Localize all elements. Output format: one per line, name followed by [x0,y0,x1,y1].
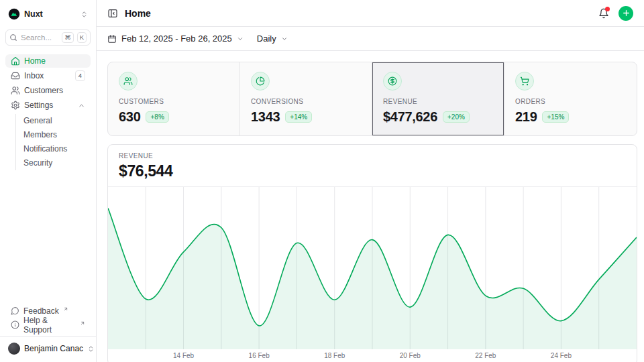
footer-link-label: Help & Support [23,316,76,335]
x-axis-label: 22 Feb [475,352,496,359]
x-axis-label: 16 Feb [249,352,270,359]
stat-value: 630 [119,109,140,125]
date-range-picker[interactable]: Feb 12, 2025 - Feb 26, 2025 [107,34,244,44]
calendar-icon [107,34,117,44]
stat-card-customers[interactable]: CUSTOMERS 630 +8% [108,62,240,135]
stat-value: 219 [515,109,537,125]
inbox-count-badge: 4 [75,70,85,81]
user-menu[interactable]: Benjamin Canac [5,337,91,357]
revenue-area-chart [108,187,637,349]
kbd-k: K [77,32,87,43]
user-name: Benjamin Canac [24,344,83,353]
stat-value: $477,626 [383,109,437,125]
search-input[interactable] [21,34,58,42]
notification-dot [605,7,610,11]
revenue-chart-card: REVENUE $76,544 14 Feb16 Feb18 Feb20 Feb… [107,144,637,362]
inbox-icon [11,71,20,80]
chevrons-up-down-icon [87,345,95,353]
chevron-up-icon [78,102,85,109]
sidebar: Nuxt ⌘ K Home Inbox 4 [0,0,97,362]
page-title: Home [125,8,151,19]
sidebar-item-label: Inbox [24,71,44,80]
avatar [8,343,20,355]
stat-card-conversions[interactable]: CONVERSIONS 1343 +14% [240,62,372,135]
chart-svg [108,187,637,349]
add-button[interactable] [619,6,633,21]
x-axis-label: 20 Feb [400,352,421,359]
chevron-down-icon [237,36,244,42]
stat-value: 1343 [251,109,280,125]
sidebar-item-customers[interactable]: Customers [5,84,91,97]
help-support-link[interactable]: Help & Support [5,318,91,332]
subnav-label: Security [23,158,52,168]
chart-x-axis: 14 Feb16 Feb18 Feb20 Feb22 Feb24 Feb [108,349,637,362]
home-icon [11,56,20,66]
sidebar-footer: Feedback Help & Support Benjamin Canac [5,304,91,357]
x-axis-label: 24 Feb [551,352,572,359]
arrow-up-right-icon [63,306,68,312]
sidebar-item-notifications[interactable]: Notifications [23,142,91,156]
sidebar-item-members[interactable]: Members [23,128,91,141]
search-icon [9,34,17,42]
stat-delta-badge: +8% [146,111,168,123]
stat-card-orders[interactable]: ORDERS 219 +15% [504,62,637,135]
footer-link-label: Feedback [23,306,59,316]
arrow-up-right-icon [80,320,85,326]
team-name: Nuxt [24,9,43,19]
topbar: Home [97,0,644,27]
pie-chart-icon [251,72,270,90]
plus-icon [622,9,631,17]
search-box[interactable]: ⌘ K [5,29,91,46]
users-icon [119,72,138,90]
sidebar-item-security[interactable]: Security [23,156,91,170]
stat-label: REVENUE [383,98,493,105]
chevrons-up-down-icon [80,11,88,18]
kbd-meta: ⌘ [62,32,74,43]
sidebar-item-home[interactable]: Home [5,54,91,68]
sidebar-item-settings[interactable]: Settings [5,99,91,112]
main-area: Home Feb 12, 2025 - Feb 26, 2025 Daily [97,0,644,362]
settings-subnav: General Members Notifications Security [15,114,91,170]
stat-delta-badge: +14% [285,111,312,123]
gear-icon [11,101,20,110]
chevron-down-icon [281,36,288,42]
sidebar-item-inbox[interactable]: Inbox 4 [5,69,91,82]
subnav-label: Members [23,130,57,139]
subnav-label: Notifications [23,144,67,154]
shopping-cart-icon [515,72,534,90]
dollar-circle-icon [383,72,402,90]
chart-metric-value: $76,544 [119,162,626,180]
sidebar-item-label: Customers [24,86,63,95]
date-range-value: Feb 12, 2025 - Feb 26, 2025 [121,34,232,44]
stat-label: CUSTOMERS [119,98,229,105]
x-axis-label: 18 Feb [324,352,345,359]
nuxt-logo-icon [8,8,20,20]
dashboard-content: CUSTOMERS 630 +8% CONVERSIONS 1343 +14% [97,51,644,362]
granularity-select[interactable]: Daily [257,34,288,44]
sidebar-item-label: Settings [24,101,53,110]
stat-label: CONVERSIONS [251,98,361,105]
sidebar-item-label: Home [24,56,46,66]
chart-metric-label: REVENUE [119,152,626,160]
team-selector[interactable]: Nuxt [5,5,91,23]
notifications-button[interactable] [598,8,609,19]
collapse-sidebar-button[interactable] [107,8,118,19]
sidebar-nav: Home Inbox 4 Customers Settings Ge [5,54,91,172]
stat-card-revenue[interactable]: REVENUE $477,626 +20% [372,62,504,135]
granularity-value: Daily [257,34,276,44]
subnav-label: General [23,116,52,125]
info-circle-icon [11,320,19,329]
filter-bar: Feb 12, 2025 - Feb 26, 2025 Daily [97,27,644,51]
sidebar-item-general[interactable]: General [23,114,91,127]
stat-delta-badge: +20% [443,111,470,123]
x-axis-label: 14 Feb [173,352,194,359]
stat-delta-badge: +15% [542,111,569,123]
message-circle-icon [11,306,19,315]
stats-grid: CUSTOMERS 630 +8% CONVERSIONS 1343 +14% [107,62,637,136]
topbar-actions [598,6,633,21]
panel-left-close-icon [107,8,118,19]
stat-label: ORDERS [515,98,626,105]
users-icon [11,86,20,95]
chart-header: REVENUE $76,544 [108,145,637,187]
